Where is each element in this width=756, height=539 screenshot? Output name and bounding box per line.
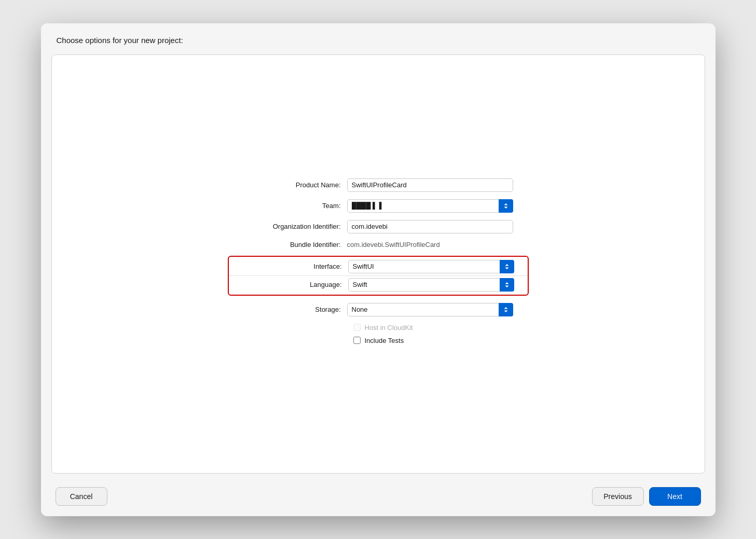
interface-label: Interface:	[229, 262, 348, 270]
product-name-label: Product Name:	[228, 181, 347, 189]
storage-row: Storage: None Core Data SwiftData	[228, 303, 529, 316]
org-identifier-input[interactable]	[347, 220, 513, 233]
storage-select[interactable]: None Core Data SwiftData	[347, 303, 513, 316]
host-in-cloudkit-row: Host in CloudKit	[228, 324, 529, 331]
interface-select[interactable]: SwiftUI Storyboard	[348, 260, 514, 273]
include-tests-row: Include Tests	[228, 337, 529, 344]
language-label: Language:	[229, 281, 348, 288]
footer-right-buttons: Previous Next	[592, 487, 701, 506]
highlighted-group: Interface: SwiftUI Storyboard	[228, 256, 529, 296]
bundle-identifier-value: com.idevebi.SwiftUIProfileCard	[347, 241, 440, 248]
team-select[interactable]: ████ ▌ ▌	[347, 199, 513, 213]
include-tests-label: Include Tests	[365, 337, 404, 344]
team-select-wrapper: ████ ▌ ▌	[347, 199, 513, 213]
bundle-identifier-row: Bundle Identifier: com.idevebi.SwiftUIPr…	[228, 241, 529, 248]
dialog-header: Choose options for your new project:	[41, 23, 716, 50]
host-in-cloudkit-label: Host in CloudKit	[365, 324, 413, 331]
previous-button[interactable]: Previous	[592, 487, 644, 506]
language-row: Language: Swift Objective-C	[229, 276, 528, 294]
product-name-input[interactable]	[347, 178, 513, 192]
dialog-title: Choose options for your new project:	[57, 36, 183, 45]
product-name-row: Product Name:	[228, 178, 529, 192]
host-in-cloudkit-checkbox[interactable]	[353, 324, 361, 331]
bundle-identifier-label: Bundle Identifier:	[228, 241, 347, 248]
team-row: Team: ████ ▌ ▌	[228, 199, 529, 213]
storage-select-wrapper: None Core Data SwiftData	[347, 303, 513, 316]
next-button[interactable]: Next	[649, 487, 701, 506]
dialog-footer: Cancel Previous Next	[41, 482, 716, 516]
interface-row: Interface: SwiftUI Storyboard	[229, 258, 528, 276]
storage-label: Storage:	[228, 306, 347, 313]
dialog-content: Product Name: Team: ████ ▌ ▌	[51, 54, 705, 474]
interface-select-wrapper: SwiftUI Storyboard	[348, 260, 514, 273]
include-tests-checkbox[interactable]	[353, 337, 361, 344]
cancel-button[interactable]: Cancel	[56, 487, 107, 506]
form-container: Product Name: Team: ████ ▌ ▌	[228, 178, 529, 350]
language-select[interactable]: Swift Objective-C	[348, 278, 514, 292]
language-select-wrapper: Swift Objective-C	[348, 278, 514, 292]
org-identifier-label: Organization Identifier:	[228, 223, 347, 230]
org-identifier-row: Organization Identifier:	[228, 220, 529, 233]
team-label: Team:	[228, 202, 347, 210]
new-project-dialog: Choose options for your new project: Pro…	[41, 23, 716, 516]
